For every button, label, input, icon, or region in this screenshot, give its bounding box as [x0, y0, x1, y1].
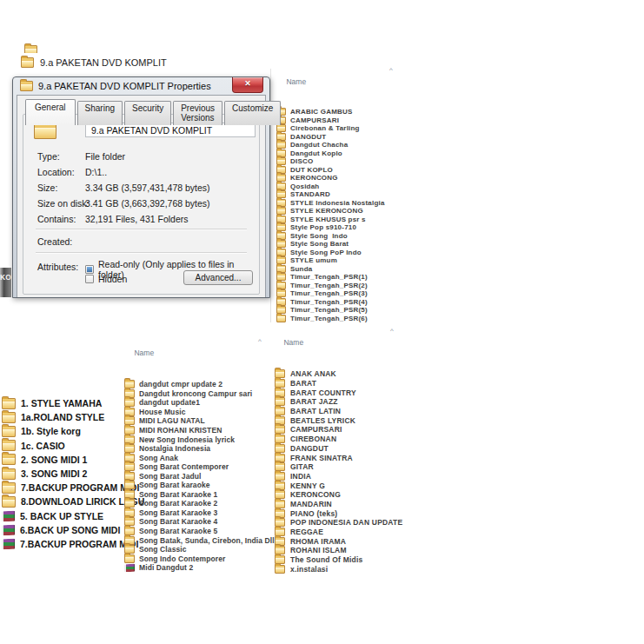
list-item[interactable]: New Song Indonesia lyrick	[123, 435, 269, 444]
list-item[interactable]: Timur_Tengah_PSR(5)	[276, 306, 404, 315]
list-item[interactable]: The Sound Of Midis	[272, 555, 406, 565]
tab[interactable]: General	[25, 99, 76, 125]
list-item[interactable]: DISCO	[276, 157, 404, 166]
list-item-label: PIANO (teks)	[290, 509, 337, 518]
list-item[interactable]: STANDARD	[276, 190, 404, 199]
list-item[interactable]: Song Batak, Sunda, Cirebon, India Dll	[123, 535, 269, 545]
list-item[interactable]: 1a.ROLAND STYLE	[2, 410, 123, 424]
list-item[interactable]: Style Song Indo	[276, 232, 404, 241]
list-item[interactable]: Timur_Tengah_PSR(1)	[276, 273, 404, 282]
explorer-item-row[interactable]: 9.a PAKETAN DVD KOMPLIT	[21, 57, 167, 68]
list-item-label: 7.BACKUP PROGRAM MIDI	[20, 539, 138, 549]
list-item-label: ARABIC GAMBUS	[290, 108, 353, 116]
tab[interactable]: Previous Versions	[173, 101, 222, 125]
list-item[interactable]: STYLE Indonesia Nostalgia	[276, 199, 404, 208]
list-item[interactable]: Song Barat Karaoke 3	[123, 508, 269, 518]
list-item[interactable]: ANAK ANAK	[272, 369, 406, 379]
list-item[interactable]: KERONCONG	[272, 490, 406, 500]
list-item[interactable]: House Music	[123, 408, 269, 417]
list-item[interactable]: 5. BACK UP STYLE	[2, 509, 123, 523]
list-item[interactable]: 3. SONG MIDI 2	[2, 467, 123, 481]
list-item[interactable]: Nostalgia Indonesia	[123, 444, 269, 454]
list-item[interactable]: RHOMA IRAMA	[272, 536, 406, 546]
list-item[interactable]: Song Barat Karaoke 2	[123, 499, 269, 508]
list-item[interactable]: ROHANI ISLAM	[272, 546, 406, 555]
list-item[interactable]: MIDI ROHANI KRISTEN	[123, 426, 269, 435]
tab[interactable]: Security	[124, 101, 171, 125]
list-item[interactable]: STYLE umum	[276, 256, 404, 265]
hidden-checkbox[interactable]	[85, 275, 94, 283]
list-item[interactable]: CAMPURSARI	[276, 116, 404, 125]
list-item[interactable]: Song Classic	[123, 545, 269, 554]
list-item[interactable]: Song Barat karaoke	[123, 481, 269, 490]
list-item[interactable]: Style Song Barat	[276, 240, 404, 249]
list-item[interactable]: Timur_Tengah_PSR(4)	[276, 298, 404, 307]
close-button[interactable]: ✕	[232, 77, 263, 93]
list-item[interactable]: STYLE KHUSUS psr s	[276, 216, 404, 224]
list-item[interactable]: Song Barat Karaoke 5	[123, 527, 269, 536]
general-tab-page: Type: File folder Location: D:\1.. Size:…	[23, 114, 260, 295]
list-item[interactable]: BARAT LATIN	[272, 407, 406, 416]
list-item[interactable]: 1b. Style korg	[2, 424, 123, 438]
column-header-name[interactable]: Name ^	[126, 340, 269, 375]
list-item[interactable]: BEATLES LYRICK	[272, 415, 406, 425]
list-item[interactable]: DUT KOPLO	[276, 166, 404, 175]
list-item[interactable]: 7.BACKUP PROGRAM MIDI	[2, 537, 123, 551]
list-item[interactable]: Midi Dangdut 2	[123, 563, 269, 573]
column-header-name[interactable]: Name ^	[276, 329, 406, 364]
tab[interactable]: Customize	[224, 101, 281, 125]
list-item[interactable]: Dangdut Koplo	[276, 149, 404, 158]
list-item[interactable]: 1. STYLE YAMAHA	[2, 396, 123, 410]
tab[interactable]: Sharing	[77, 101, 123, 125]
dialog-titlebar[interactable]: 9.a PAKETAN DVD KOMPLIT Properties ✕	[13, 77, 269, 95]
list-item[interactable]: Timur_Tengah_PSR(3)	[276, 289, 404, 298]
list-item[interactable]: Song Indo Contemporer	[123, 554, 269, 563]
property-label: Size:	[37, 183, 57, 193]
list-item[interactable]: STYLE KERONCONG	[276, 207, 404, 216]
list-item[interactable]: dangdut update1	[123, 398, 269, 408]
list-item[interactable]: 1c. CASIO	[2, 439, 123, 453]
list-item[interactable]: DANGDUT	[276, 133, 404, 142]
list-item[interactable]: ARABIC GAMBUS	[276, 108, 404, 116]
list-item[interactable]: 8.DOWNLOAD LIRICK LAGU	[2, 495, 123, 508]
list-item[interactable]: DANGDUT	[272, 444, 406, 454]
column-header-name[interactable]: Name ^	[278, 69, 404, 103]
list-item[interactable]: POP INDONESIA DAN UPDATE	[272, 518, 406, 528]
list-item[interactable]: INDIA	[272, 472, 406, 481]
list-item[interactable]: Timur_Tengah_PSR(6)	[276, 315, 404, 323]
list-item[interactable]: BARAT JAZZ	[272, 397, 406, 407]
list-item[interactable]: Song Anak	[123, 453, 269, 462]
list-item[interactable]: Sunda	[276, 265, 404, 274]
list-item[interactable]: MIDI LAGU NATAL	[123, 416, 269, 426]
list-item[interactable]: BARAT COUNTRY	[272, 388, 406, 397]
list-item[interactable]: Song Barat Contemporer	[123, 462, 269, 472]
advanced-button[interactable]: Advanced...	[183, 270, 253, 285]
list-item[interactable]: 6.BACK UP SONG MIDI	[2, 523, 123, 537]
list-item[interactable]: Timur_Tengah_PSR(2)	[276, 282, 404, 290]
readonly-checkbox[interactable]	[85, 265, 94, 274]
list-item[interactable]: Cirebonan & Tarling	[276, 124, 404, 133]
list-item[interactable]: FRANK SINATRA	[272, 453, 406, 462]
list-item[interactable]: GITAR	[272, 462, 406, 472]
list-item[interactable]: Song Barat Karaoke 4	[123, 517, 269, 527]
list-item-label: 1a.ROLAND STYLE	[21, 412, 104, 422]
list-item[interactable]: Song Barat Jadul	[123, 471, 269, 481]
list-item[interactable]: dangdut cmpr update 2	[123, 380, 269, 389]
list-item[interactable]: Qosidah	[276, 183, 404, 191]
list-item[interactable]: 7.BACKUP PROGRAM MIDI	[2, 481, 123, 495]
list-item[interactable]: KERONCONG	[276, 174, 404, 183]
list-item[interactable]: KENNY G	[272, 481, 406, 490]
list-item[interactable]: Dangdut Chacha	[276, 141, 404, 149]
list-item[interactable]: BARAT	[272, 379, 406, 388]
list-item[interactable]: Style Pop s910-710	[276, 223, 404, 232]
list-item[interactable]: CAMPURSARI	[272, 425, 406, 435]
list-item[interactable]: 2. SONG MIDI 1	[2, 453, 123, 467]
list-item[interactable]: Dangdut kroncong Campur sari	[123, 389, 269, 399]
list-item[interactable]: REGGAE	[272, 528, 406, 537]
list-item[interactable]: MANDARIN	[272, 500, 406, 509]
list-item[interactable]: x.instalasi	[272, 564, 406, 574]
list-item[interactable]: CIREBONAN	[272, 435, 406, 444]
list-item[interactable]: PIANO (teks)	[272, 508, 406, 518]
list-item[interactable]: Style Song PoP Indo	[276, 249, 404, 257]
list-item[interactable]: Song Barat Karaoke 1	[123, 490, 269, 500]
